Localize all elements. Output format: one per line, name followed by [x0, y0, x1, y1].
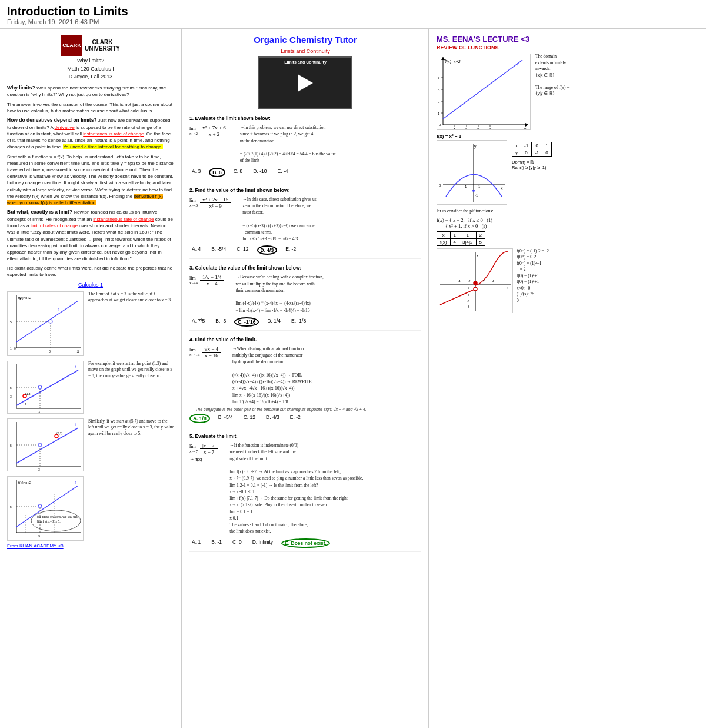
section-heading: REVIEW OF FUNCTIONS — [437, 45, 699, 51]
svg-text:0: 0 — [14, 347, 16, 350]
choice-1c: C. 8 — [231, 168, 245, 177]
svg-text:(5,7): (5,7) — [56, 431, 63, 435]
svg-line-60 — [443, 60, 522, 119]
differentiation-highlight: derivative f'(x) when you know f(x) is c… — [7, 194, 163, 205]
func-table: x -1 0 1 y 0 -1 0 — [512, 142, 552, 157]
problem-2: 2. Find the value of the limit shown bel… — [189, 187, 421, 260]
svg-text:-8: -8 — [467, 305, 469, 308]
choice-1e: E. -4 — [275, 168, 290, 177]
graph3-container: (5,7) 3 5 f Similarly, if we start at (5… — [7, 418, 174, 473]
svg-text:-4: -4 — [467, 293, 469, 297]
university-name: CLARKUNIVERSITY — [85, 39, 120, 52]
why-limits-heading: Why limits? — [7, 85, 35, 91]
svg-point-83 — [472, 190, 475, 192]
video-link[interactable]: Limits and Continuity — [189, 48, 421, 54]
table-y-neg1: -1 — [532, 149, 542, 157]
problem-1-number: 1. Evaluate the limit shown below: — [189, 115, 421, 121]
svg-text:3: 3 — [49, 350, 51, 353]
svg-text:0: 0 — [439, 184, 441, 187]
svg-text:0: 0 — [439, 123, 441, 127]
graph3-svg: (5,7) 3 5 f — [7, 418, 84, 473]
svg-text:f: f — [58, 307, 59, 311]
svg-text:(1,3): (1,3) — [25, 392, 32, 395]
svg-text:for these reasons, we say that: for these reasons, we say that — [37, 515, 79, 518]
domain-range: Dom(f) = ℝ Ran(f) ≥ {y|y ≥ -1} — [512, 159, 552, 170]
university-logo-box: CLARK — [61, 35, 82, 56]
piecewise-table: x 1 1 2 f(x) 4 3|4|2 5 — [437, 231, 485, 246]
svg-text:5: 5 — [438, 88, 440, 92]
table-header-x: x — [512, 142, 521, 149]
didnt-define-para: He didn't actually define what limits we… — [7, 265, 174, 278]
calculus-link[interactable]: Calculus 1 — [7, 282, 174, 288]
table-x-1: 1 — [542, 142, 551, 149]
instantaneous-rate-term: instantaneous rate of change — [93, 217, 154, 222]
problem-4-answers: A. 1/8 B. -5/4 C. 12 D. 4/3 E. -2 — [189, 414, 421, 423]
limit-rates-term: limit of rates of change — [31, 223, 78, 228]
choice-2d: D. 4/3 — [257, 245, 278, 255]
svg-text:lim f at x=3 is 5.: lim f at x=3 is 5. — [37, 520, 61, 523]
svg-point-44 — [38, 504, 42, 508]
start-para: Start with a function y = f(x). To help … — [7, 154, 174, 207]
problem-5-limit: lim x→7 |x − 7| x − 7 → f(x) — [189, 441, 218, 462]
pw-table-fx-label: f(x) — [437, 238, 451, 245]
svg-text:3: 3 — [477, 128, 479, 130]
svg-point-93 — [474, 287, 477, 291]
svg-text:2: 2 — [465, 128, 468, 130]
page-title: Introduction to Limits — [7, 5, 699, 18]
svg-text:1: 1 — [478, 185, 481, 188]
choice-4a: A. 1/8 — [189, 414, 210, 423]
piecewise-func: f(x) = { x − 2, if x ≤ 0 (1) { x² + 1, i… — [437, 217, 699, 229]
conjugate-note: The conjugate is the other pair of the b… — [195, 407, 421, 411]
pw-table-fx1: 4 — [450, 238, 459, 245]
play-button[interactable] — [298, 74, 313, 92]
problem-1: 1. Evaluate the limit shown below: lim x… — [189, 115, 421, 181]
problem-3-number: 3. Calculate the value of the limit show… — [189, 265, 421, 271]
choice-5d: D. Infinity — [250, 538, 275, 548]
svg-text:f(x)=x+2: f(x)=x+2 — [18, 296, 32, 300]
svg-text:f(x)=x+2: f(x)=x+2 — [18, 481, 32, 484]
svg-text:5: 5 — [10, 444, 12, 447]
table-y-0a: 0 — [521, 149, 532, 157]
university-logo: CLARK CLARKUNIVERSITY — [61, 35, 120, 56]
svg-text:x: x — [501, 186, 503, 190]
svg-text:1: 1 — [10, 347, 12, 350]
piecewise-section: let us consider the pif functions: f(x) … — [437, 208, 699, 313]
svg-text:7: 7 — [438, 77, 440, 80]
graph2-container: 1 3 3 5 (1,3) f For example, if we start… — [7, 361, 174, 415]
piecewise-svg: y x -4 -2 2 4 -2 — [437, 248, 513, 313]
svg-text:f(x)=x+2: f(x)=x+2 — [445, 59, 461, 64]
svg-point-9 — [49, 320, 52, 323]
right-graph2: f(x) = x² − 1 y x -1 0 — [437, 134, 699, 206]
right-graph1-svg: y x f(x)=x+2 0 1 2 3 — [437, 54, 531, 131]
svg-text:f: f — [75, 365, 76, 369]
svg-text:-1: -1 — [464, 185, 467, 188]
pw-table-x3: 2 — [476, 231, 485, 238]
problem-4: 4. Find the value of the limit. lim x→16… — [189, 337, 421, 427]
svg-text:-2: -2 — [468, 280, 471, 283]
piecewise-intro: let us consider the pif functions: — [437, 208, 699, 215]
svg-text:4: 4 — [489, 128, 491, 130]
problem-4-limit: lim x→16 √x − 4 x − 16 — [189, 344, 221, 360]
khan-link[interactable]: From KHAN ACADEMY <3 — [7, 543, 64, 549]
problem-4-number: 4. Find the value of the limit. — [189, 337, 421, 343]
why-limits-para: Why limits? We'll spend the next few wee… — [7, 85, 174, 98]
instantaneous-term: instantaneous rate of change — [83, 131, 144, 137]
page-header: Introduction to Limits Friday, March 19,… — [0, 0, 706, 28]
choice-4c: C. 12 — [241, 414, 258, 423]
problem-3-limit: lim x→4 1/x − 1/4 x − 4 — [189, 272, 224, 288]
graph2-wrap: 1 3 3 5 (1,3) f For example, if we start… — [7, 361, 174, 415]
video-thumbnail[interactable]: Limits and Continuity — [258, 56, 352, 109]
graph3-wrap: (5,7) 3 5 f Similarly, if we start at (5… — [7, 418, 174, 473]
choice-4e: E. -2 — [288, 414, 303, 423]
choice-2a: A. 4 — [189, 245, 203, 255]
svg-text:-1: -1 — [475, 194, 478, 197]
choice-3e: E. -1/8 — [289, 317, 308, 327]
svg-text:3: 3 — [38, 410, 40, 414]
problem-2-answers: A. 4 B. -5/4 C. 12 D. 4/3 E. -2 — [189, 245, 421, 255]
svg-text:-2: -2 — [467, 286, 469, 290]
problem-2-work: →In this case, direct substitution gives… — [242, 196, 316, 242]
problem-3: 3. Calculate the value of the limit show… — [189, 265, 421, 331]
table-header-y: y — [512, 149, 521, 157]
choice-4b: B. -5/4 — [216, 414, 235, 423]
right-graph1-note: The domainextends infinitelyinwards. {x|… — [535, 54, 570, 131]
